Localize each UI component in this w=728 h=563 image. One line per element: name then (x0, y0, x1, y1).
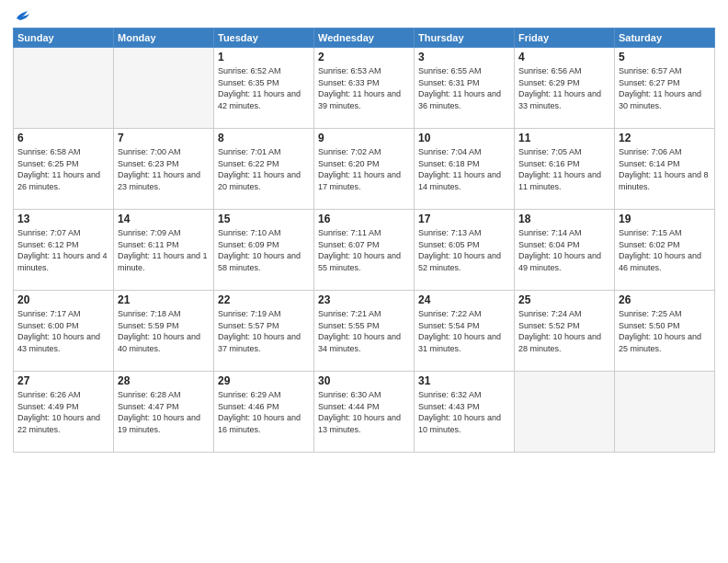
week-row-2: 6Sunrise: 6:58 AMSunset: 6:25 PMDaylight… (14, 129, 715, 210)
day-info: Sunrise: 7:17 AMSunset: 6:00 PMDaylight:… (17, 308, 109, 354)
day-info: Sunrise: 7:10 AMSunset: 6:09 PMDaylight:… (218, 227, 310, 273)
day-number: 1 (218, 51, 310, 63)
day-number: 7 (118, 132, 210, 144)
day-cell: 1Sunrise: 6:52 AMSunset: 6:35 PMDaylight… (214, 48, 314, 129)
day-number: 27 (17, 374, 109, 387)
day-number: 16 (318, 213, 410, 225)
day-info: Sunrise: 7:19 AMSunset: 5:57 PMDaylight:… (218, 308, 310, 354)
weekday-header-tuesday: Tuesday (214, 29, 314, 48)
day-number: 6 (17, 132, 109, 144)
day-info: Sunrise: 7:01 AMSunset: 6:22 PMDaylight:… (218, 146, 310, 192)
day-cell: 22Sunrise: 7:19 AMSunset: 5:57 PMDayligh… (214, 291, 314, 372)
day-info: Sunrise: 7:02 AMSunset: 6:20 PMDaylight:… (318, 146, 410, 192)
day-info: Sunrise: 6:30 AMSunset: 4:44 PMDaylight:… (318, 389, 410, 435)
day-number: 10 (418, 132, 510, 144)
day-number: 18 (518, 213, 610, 225)
day-number: 19 (619, 213, 711, 225)
weekday-header-wednesday: Wednesday (314, 29, 415, 48)
week-row-3: 13Sunrise: 7:07 AMSunset: 6:12 PMDayligh… (14, 210, 715, 291)
day-number: 30 (318, 374, 410, 387)
day-cell: 31Sunrise: 6:32 AMSunset: 4:43 PMDayligh… (415, 372, 515, 453)
day-cell: 14Sunrise: 7:09 AMSunset: 6:11 PMDayligh… (114, 210, 214, 291)
day-cell: 21Sunrise: 7:18 AMSunset: 5:59 PMDayligh… (114, 291, 214, 372)
day-cell: 8Sunrise: 7:01 AMSunset: 6:22 PMDaylight… (214, 129, 314, 210)
day-info: Sunrise: 7:06 AMSunset: 6:14 PMDaylight:… (619, 146, 711, 192)
day-number: 17 (418, 213, 510, 225)
day-number: 9 (318, 132, 410, 144)
day-cell: 7Sunrise: 7:00 AMSunset: 6:23 PMDaylight… (114, 129, 214, 210)
day-info: Sunrise: 7:21 AMSunset: 5:55 PMDaylight:… (318, 308, 410, 354)
day-info: Sunrise: 6:32 AMSunset: 4:43 PMDaylight:… (418, 389, 510, 435)
day-info: Sunrise: 7:24 AMSunset: 5:52 PMDaylight:… (518, 308, 610, 354)
day-cell: 16Sunrise: 7:11 AMSunset: 6:07 PMDayligh… (314, 210, 415, 291)
day-cell: 20Sunrise: 7:17 AMSunset: 6:00 PMDayligh… (14, 291, 114, 372)
day-cell (615, 372, 715, 453)
day-cell: 15Sunrise: 7:10 AMSunset: 6:09 PMDayligh… (214, 210, 314, 291)
bird-icon (15, 9, 31, 22)
day-info: Sunrise: 6:52 AMSunset: 6:35 PMDaylight:… (218, 65, 310, 111)
day-number: 8 (218, 132, 310, 144)
day-number: 25 (518, 293, 610, 306)
day-cell: 5Sunrise: 6:57 AMSunset: 6:27 PMDaylight… (615, 48, 715, 129)
day-number: 24 (418, 293, 510, 306)
day-cell: 12Sunrise: 7:06 AMSunset: 6:14 PMDayligh… (615, 129, 715, 210)
day-number: 31 (418, 374, 510, 387)
day-cell: 3Sunrise: 6:55 AMSunset: 6:31 PMDaylight… (415, 48, 515, 129)
day-cell: 25Sunrise: 7:24 AMSunset: 5:52 PMDayligh… (515, 291, 615, 372)
weekday-header-monday: Monday (114, 29, 214, 48)
day-number: 20 (17, 293, 109, 306)
day-number: 14 (118, 213, 210, 225)
day-info: Sunrise: 6:55 AMSunset: 6:31 PMDaylight:… (418, 65, 510, 111)
day-info: Sunrise: 7:09 AMSunset: 6:11 PMDaylight:… (118, 227, 210, 273)
day-number: 28 (118, 374, 210, 387)
day-cell: 9Sunrise: 7:02 AMSunset: 6:20 PMDaylight… (314, 129, 415, 210)
day-number: 23 (318, 293, 410, 306)
day-cell: 29Sunrise: 6:29 AMSunset: 4:46 PMDayligh… (214, 372, 314, 453)
day-number: 15 (218, 213, 310, 225)
day-cell (515, 372, 615, 453)
logo-blue-section (13, 9, 31, 22)
day-info: Sunrise: 6:26 AMSunset: 4:49 PMDaylight:… (17, 389, 109, 435)
day-number: 21 (118, 293, 210, 306)
header (13, 9, 715, 22)
weekday-header-saturday: Saturday (615, 29, 715, 48)
day-cell (14, 48, 114, 129)
day-number: 2 (318, 51, 410, 63)
day-number: 12 (619, 132, 711, 144)
day-cell: 26Sunrise: 7:25 AMSunset: 5:50 PMDayligh… (615, 291, 715, 372)
day-info: Sunrise: 7:13 AMSunset: 6:05 PMDaylight:… (418, 227, 510, 273)
day-info: Sunrise: 7:07 AMSunset: 6:12 PMDaylight:… (17, 227, 109, 273)
week-row-5: 27Sunrise: 6:26 AMSunset: 4:49 PMDayligh… (14, 372, 715, 453)
day-info: Sunrise: 7:25 AMSunset: 5:50 PMDaylight:… (619, 308, 711, 354)
day-cell: 4Sunrise: 6:56 AMSunset: 6:29 PMDaylight… (515, 48, 615, 129)
day-number: 13 (17, 213, 109, 225)
day-number: 26 (619, 293, 711, 306)
day-info: Sunrise: 7:05 AMSunset: 6:16 PMDaylight:… (518, 146, 610, 192)
day-cell: 2Sunrise: 6:53 AMSunset: 6:33 PMDaylight… (314, 48, 415, 129)
day-cell: 13Sunrise: 7:07 AMSunset: 6:12 PMDayligh… (14, 210, 114, 291)
day-info: Sunrise: 7:15 AMSunset: 6:02 PMDaylight:… (619, 227, 711, 273)
weekday-header-row: SundayMondayTuesdayWednesdayThursdayFrid… (14, 29, 715, 48)
day-number: 29 (218, 374, 310, 387)
day-cell: 19Sunrise: 7:15 AMSunset: 6:02 PMDayligh… (615, 210, 715, 291)
day-info: Sunrise: 6:29 AMSunset: 4:46 PMDaylight:… (218, 389, 310, 435)
day-cell: 18Sunrise: 7:14 AMSunset: 6:04 PMDayligh… (515, 210, 615, 291)
day-cell: 30Sunrise: 6:30 AMSunset: 4:44 PMDayligh… (314, 372, 415, 453)
day-number: 22 (218, 293, 310, 306)
day-info: Sunrise: 6:28 AMSunset: 4:47 PMDaylight:… (118, 389, 210, 435)
week-row-4: 20Sunrise: 7:17 AMSunset: 6:00 PMDayligh… (14, 291, 715, 372)
day-number: 11 (518, 132, 610, 144)
day-info: Sunrise: 6:57 AMSunset: 6:27 PMDaylight:… (619, 65, 711, 111)
week-row-1: 1Sunrise: 6:52 AMSunset: 6:35 PMDaylight… (14, 48, 715, 129)
day-number: 5 (619, 51, 711, 63)
day-cell: 28Sunrise: 6:28 AMSunset: 4:47 PMDayligh… (114, 372, 214, 453)
day-cell: 24Sunrise: 7:22 AMSunset: 5:54 PMDayligh… (415, 291, 515, 372)
day-info: Sunrise: 6:53 AMSunset: 6:33 PMDaylight:… (318, 65, 410, 111)
day-number: 4 (518, 51, 610, 63)
weekday-header-sunday: Sunday (14, 29, 114, 48)
day-info: Sunrise: 7:22 AMSunset: 5:54 PMDaylight:… (418, 308, 510, 354)
weekday-header-thursday: Thursday (415, 29, 515, 48)
day-info: Sunrise: 6:58 AMSunset: 6:25 PMDaylight:… (17, 146, 109, 192)
day-cell: 11Sunrise: 7:05 AMSunset: 6:16 PMDayligh… (515, 129, 615, 210)
logo (13, 9, 31, 22)
